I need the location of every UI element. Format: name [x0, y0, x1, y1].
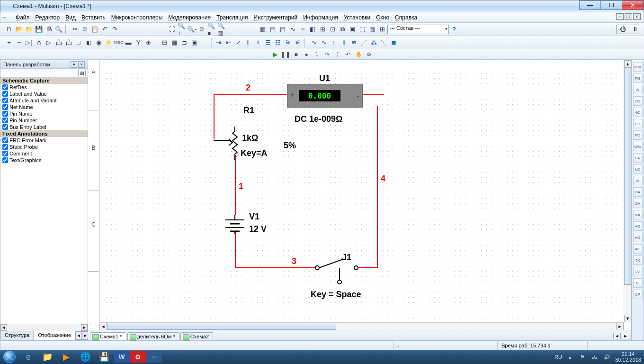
tb-icon-8[interactable]: ⊡	[328, 25, 337, 34]
checkbox[interactable]	[2, 144, 8, 150]
cmp-source-icon[interactable]: ÷	[4, 38, 14, 47]
cmp-power-icon[interactable]: ⚡	[104, 38, 113, 47]
menu-микроконтроллеры[interactable]: Микроконтроллеры	[108, 13, 166, 22]
checkbox[interactable]	[2, 118, 8, 123]
opt-bus-entry-label[interactable]: Bus Entry Label	[0, 124, 88, 130]
cmp-connector-icon[interactable]: ⊐	[179, 38, 189, 47]
undo-icon[interactable]: ↶	[100, 25, 109, 34]
sig-3-icon[interactable]: ⫶	[329, 38, 339, 47]
probe-i-icon[interactable]: ⇤	[224, 38, 233, 47]
menu-трансляция[interactable]: Трансляция	[214, 13, 250, 22]
run-button[interactable]: ▶	[271, 50, 279, 59]
cmp-electromech-icon[interactable]: ⊕	[143, 38, 153, 47]
tb-icon-5[interactable]: ≣	[298, 25, 307, 34]
probe-7-icon[interactable]: ☷	[273, 38, 283, 47]
opt-text/graphics[interactable]: Text/Graphics	[0, 157, 88, 164]
sig-5-icon[interactable]: ≋	[349, 38, 358, 47]
cmp-cmos-icon[interactable]: 凸	[64, 38, 73, 47]
tab-display[interactable]: Отображение	[34, 331, 75, 340]
opt-label-and-value[interactable]: Label and Value	[0, 91, 88, 97]
instr-wordgen-icon[interactable]: WG	[633, 142, 643, 151]
tb-icon-6[interactable]: ◧	[308, 25, 317, 34]
checkbox[interactable]	[2, 124, 8, 130]
tab-scroll-left[interactable]: ◄	[75, 331, 82, 340]
record-button[interactable]: ●	[302, 50, 311, 59]
checkbox[interactable]	[2, 84, 8, 90]
instr-ag-scope-icon[interactable]: AG	[633, 244, 643, 254]
instr-currentprobe-icon[interactable]: CP	[633, 290, 643, 299]
open-icon[interactable]: 📂	[14, 25, 24, 34]
cmp-rf-icon[interactable]: Y	[134, 38, 143, 47]
cmp-analog-icon[interactable]: ▷	[44, 38, 54, 47]
canvas-hscroll[interactable]: ◄ ►	[99, 322, 624, 330]
opt-net-name[interactable]: Net Name	[0, 104, 88, 110]
mdi-restore-button[interactable]: ❐	[625, 13, 632, 20]
sig-8-icon[interactable]: ⋱	[379, 38, 388, 47]
tb-icon-13[interactable]: ⊞	[377, 25, 387, 34]
cmp-misc-icon[interactable]: MISC	[114, 38, 123, 47]
menu-вставить[interactable]: Вставить	[79, 13, 108, 22]
opt-static-probe[interactable]: Static Probe	[0, 144, 88, 150]
fullscreen-icon[interactable]: ⛶	[167, 25, 177, 34]
compose-combo[interactable]: --- Состав ---	[387, 25, 449, 34]
panel-close-icon[interactable]: ×	[78, 61, 85, 68]
wire-1[interactable]	[235, 155, 236, 215]
cmp-transistor-icon[interactable]: ⋔	[34, 38, 44, 47]
sig-4-icon[interactable]: ⫴	[339, 38, 349, 47]
instr-4ch-icon[interactable]: 4C	[633, 108, 643, 117]
pause-button[interactable]: ❚❚	[281, 50, 290, 59]
hscroll-right[interactable]: ►	[616, 323, 624, 330]
menu-информация[interactable]: Информация	[300, 13, 340, 22]
new-icon[interactable]: 🗋	[4, 25, 14, 34]
instr-tek-icon[interactable]: TK	[633, 255, 643, 265]
hscroll-left[interactable]: ◄	[99, 323, 107, 330]
checkbox[interactable]	[2, 104, 8, 110]
mdi-minimize-button[interactable]: –	[616, 13, 624, 20]
zoom-area-icon[interactable]: ⧉	[197, 25, 206, 34]
menu-инструментарий[interactable]: Инструментарий	[250, 13, 300, 22]
probe-6-icon[interactable]: ☰	[263, 38, 273, 47]
paste-icon[interactable]: 📋	[90, 25, 99, 34]
checkbox[interactable]	[2, 111, 8, 117]
doctab-prev[interactable]: ◄	[613, 333, 621, 339]
checkbox[interactable]	[2, 91, 8, 97]
instr-spec-icon[interactable]: SA	[633, 199, 643, 208]
wire-1b[interactable]	[235, 232, 236, 267]
run-switch-icon[interactable]: ⏻	[616, 25, 629, 34]
stop-button[interactable]: ■	[292, 50, 300, 59]
taskbar-media-icon[interactable]: ▶	[57, 350, 76, 364]
probe-diff-icon[interactable]: ⫴	[243, 38, 253, 47]
sig-1-icon[interactable]: ∿	[309, 38, 319, 47]
tray-network-icon[interactable]: 🖧	[590, 350, 599, 364]
cmp-ladder-icon[interactable]: ⊟	[160, 38, 169, 47]
cut-icon[interactable]: ✂	[70, 25, 80, 34]
cmp-nipkg-icon[interactable]: ▦	[170, 38, 179, 47]
tb-icon-9[interactable]: ⧉	[338, 25, 347, 34]
panel-dock-icon[interactable]: ▾	[71, 61, 77, 68]
probe-9-icon[interactable]: ⚟	[293, 38, 303, 47]
tray-lang[interactable]: RU	[555, 354, 562, 360]
instr-dist-icon[interactable]: DA	[633, 187, 643, 197]
redo-icon[interactable]: ↷	[110, 25, 119, 34]
canvas-vscroll[interactable]: ▲ ▼	[624, 60, 631, 322]
instr-iv-icon[interactable]: IV	[633, 176, 643, 185]
sig-9-icon[interactable]: ≣	[389, 38, 398, 47]
probe-ref-icon[interactable]: ⫲	[253, 38, 263, 47]
print-icon[interactable]: 🖶	[44, 25, 54, 34]
tray-clock[interactable]: 21:14 30.12.2018	[615, 351, 641, 363]
zoom-out-icon[interactable]: 🔍-	[187, 25, 197, 34]
vscroll-down[interactable]: ▼	[624, 315, 631, 322]
step-into-icon[interactable]: ⤵	[313, 50, 321, 59]
help-icon[interactable]: ?	[449, 25, 459, 34]
close-button[interactable]: ✕	[622, 0, 644, 10]
minimize-button[interactable]: —	[579, 0, 601, 10]
taskbar-ie-icon[interactable]: e	[19, 350, 38, 364]
sig-2-icon[interactable]: ∿	[319, 38, 329, 47]
taskbar-app1-icon[interactable]: ⚙	[130, 351, 146, 363]
cmp-resistor-icon[interactable]: ∼	[14, 38, 24, 47]
panel-scroll-right[interactable]: ►	[81, 324, 88, 331]
copy-icon[interactable]: ⧉	[80, 25, 89, 34]
opt-attribute-and-variant[interactable]: Attribute and Variant	[0, 97, 88, 104]
tb-icon-11[interactable]: ⬚	[358, 25, 367, 34]
cmp-mixed-icon[interactable]: ◐	[84, 38, 93, 47]
